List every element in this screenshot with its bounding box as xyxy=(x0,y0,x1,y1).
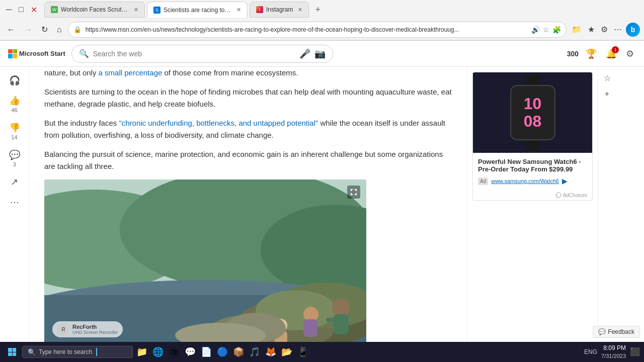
header-right: 300 🏆 🔔 1 ⚙ xyxy=(567,46,636,61)
edge-sidebar-btn-2[interactable]: + xyxy=(600,87,614,101)
ad-play-icon[interactable]: ▶ xyxy=(562,177,568,185)
sidebar-more-button[interactable]: ⋯ xyxy=(7,194,22,211)
maximize-button[interactable]: □ xyxy=(17,3,26,16)
edge-sidebar-btn-1[interactable]: ☆ xyxy=(600,71,614,85)
taskbar-icon-app4[interactable]: 📂 xyxy=(280,345,294,359)
address-bar[interactable]: 🔒 🔊 ☆ 🧩 xyxy=(68,22,567,38)
tab-close-worldcoin[interactable]: ✕ xyxy=(134,7,138,13)
taskbar: 🔍 Type here to search 📁 🌐 🛍 💬 📄 🔵 📦 🎵 🦊 … xyxy=(0,342,644,362)
feedback-button[interactable]: 💬 Feedback xyxy=(593,326,640,338)
tab-label-instagram: Instagram xyxy=(266,6,293,13)
msn-logo[interactable]: Microsoft Start xyxy=(8,49,65,58)
watch-display: 10 08 xyxy=(505,80,560,145)
collections-button[interactable]: 📁 xyxy=(570,23,584,36)
tab-worldcoin[interactable]: W Worldcoin Faces Scrutiny Over B... ✕ xyxy=(44,2,145,18)
taskbar-icon-store[interactable]: 🛍 xyxy=(167,345,181,359)
dislike-count: 14 xyxy=(11,134,17,140)
taskbar-icon-edge[interactable]: 🌐 xyxy=(151,345,165,359)
article-paragraph-2: Scientists are turning to the ocean in t… xyxy=(44,86,452,110)
msn-search-box[interactable]: 🔍 🎤 📷 xyxy=(71,45,333,63)
sidebar-listen-button[interactable]: 🎧 xyxy=(6,72,23,89)
svg-rect-13 xyxy=(326,318,336,322)
tab-close-instagram[interactable]: ✕ xyxy=(298,7,302,13)
sidebar-comment-button[interactable]: 💬 3 xyxy=(6,146,23,170)
taskbar-icon-wechat[interactable]: 💬 xyxy=(183,345,197,359)
edge-profile-icon[interactable]: b xyxy=(626,23,640,37)
start-button[interactable] xyxy=(4,344,20,360)
nav-bar: ← → ↻ ⌂ 🔒 🔊 ☆ 🧩 📁 ★ ⚙ ⋯ b xyxy=(0,19,644,40)
taskbar-search-icon: 🔍 xyxy=(28,348,36,356)
nav-actions: 📁 ★ ⚙ ⋯ b xyxy=(570,23,640,37)
browser-chrome: ─ □ ✕ W Worldcoin Faces Scrutiny Over B.… xyxy=(0,0,644,41)
mic-icon[interactable]: 🎤 xyxy=(299,48,310,59)
settings-header-button[interactable]: ⚙ xyxy=(624,46,636,61)
left-sidebar: 🎧 👍 46 👎 14 💬 3 ↗ ⋯ xyxy=(0,67,29,344)
like-count: 46 xyxy=(11,107,17,113)
trophy-button[interactable]: 🏆 xyxy=(584,46,599,61)
comment-count: 3 xyxy=(13,161,16,167)
settings-button[interactable]: ⚙ xyxy=(599,23,610,36)
sidebar-like-button[interactable]: 👍 46 xyxy=(6,92,23,116)
thumbdown-icon: 👎 xyxy=(9,122,20,133)
taskbar-icon-app2[interactable]: 🎵 xyxy=(248,345,262,359)
chronic-underfunding-link[interactable]: "chronic underfunding, bottlenecks, and … xyxy=(119,119,318,127)
taskbar-icon-explorer[interactable]: 📁 xyxy=(135,345,149,359)
refresh-button[interactable]: ↻ xyxy=(38,23,51,36)
ad-body: Powerful New Samsung Watch6 - Pre-Order … xyxy=(473,153,592,190)
taskbar-icon-pdf[interactable]: 📄 xyxy=(199,345,213,359)
article-image-svg xyxy=(44,179,366,344)
favorites-button[interactable]: ★ xyxy=(586,23,597,36)
watermark-logo: R xyxy=(57,323,69,335)
svg-rect-15 xyxy=(303,319,317,337)
article-paragraph-4: Balancing the pursuit of science, marine… xyxy=(44,148,452,172)
taskbar-icon-app1[interactable]: 📦 xyxy=(231,345,246,359)
minimize-button[interactable]: ─ xyxy=(4,3,14,16)
notification-center-button[interactable]: ⬛ xyxy=(630,347,640,356)
notifications-button[interactable]: 🔔 1 xyxy=(604,46,619,61)
sidebar-share-button[interactable]: ↗ xyxy=(8,173,21,191)
svg-rect-12 xyxy=(334,314,349,334)
tab-bar: W Worldcoin Faces Scrutiny Over B... ✕ S… xyxy=(44,1,640,19)
close-button[interactable]: ✕ xyxy=(29,3,39,17)
back-button[interactable]: ← xyxy=(4,23,18,36)
tab-label-scientists: Scientists are racing to explore ... xyxy=(164,7,231,14)
more-button[interactable]: ⋯ xyxy=(612,23,624,36)
msn-search-input[interactable] xyxy=(93,50,295,58)
right-sidebar: 10 08 Powerful New Samsung Watch6 - Pre-… xyxy=(467,67,598,344)
article-paragraph-1: nature, but only a small percentage of t… xyxy=(44,67,452,79)
svg-text:i: i xyxy=(557,194,558,197)
ad-url-link[interactable]: www.samsung.com/Watch6 xyxy=(491,178,559,184)
new-tab-button[interactable]: + xyxy=(311,5,325,15)
home-button[interactable]: ⌂ xyxy=(54,23,65,36)
svg-point-11 xyxy=(332,299,350,317)
forward-button[interactable]: → xyxy=(21,23,35,36)
image-expand-button[interactable] xyxy=(347,186,360,199)
camera-search-icon[interactable]: 📷 xyxy=(314,48,326,59)
tab-close-scientists[interactable]: ✕ xyxy=(236,7,241,13)
watermark-text: RecForth UHD Screen Recorder xyxy=(72,324,118,335)
tab-favicon-worldcoin: W xyxy=(51,6,58,13)
address-icons: 🔊 ☆ 🧩 xyxy=(531,26,561,34)
msn-logo-squares xyxy=(8,49,17,58)
taskbar-icon-app3[interactable]: 🦊 xyxy=(264,345,278,359)
sidebar-dislike-button[interactable]: 👎 14 xyxy=(6,119,23,143)
taskbar-icon-app5[interactable]: 📱 xyxy=(296,345,310,359)
para4-text: Balancing the pursuit of science, marine… xyxy=(44,150,443,170)
search-icon: 🔍 xyxy=(79,49,89,58)
favorites-icon[interactable]: ☆ xyxy=(543,26,549,34)
main-area: 🎧 👍 46 👎 14 💬 3 ↗ ⋯ nature, but only a s… xyxy=(0,67,644,344)
taskbar-lang: ENG xyxy=(584,348,597,355)
taskbar-icon-chrome[interactable]: 🔵 xyxy=(215,345,229,359)
address-input[interactable] xyxy=(86,26,527,33)
article-area: nature, but only a small percentage of t… xyxy=(29,67,467,344)
read-aloud-icon[interactable]: 🔊 xyxy=(531,26,540,34)
tab-scientists[interactable]: S Scientists are racing to explore ... ✕ xyxy=(147,2,248,18)
share-icon: ↗ xyxy=(11,176,18,188)
extensions-icon[interactable]: 🧩 xyxy=(552,26,561,34)
taskbar-clock: 8:09 PM 7/31/2023 xyxy=(601,344,626,359)
tab-instagram[interactable]: I Instagram ✕ xyxy=(250,2,309,18)
taskbar-search-bar[interactable]: 🔍 Type here to search xyxy=(22,346,133,358)
small-percentage-link[interactable]: a small percentage xyxy=(99,68,163,77)
feedback-icon: 💬 xyxy=(598,328,606,335)
adchoices-icon: i xyxy=(555,192,561,198)
